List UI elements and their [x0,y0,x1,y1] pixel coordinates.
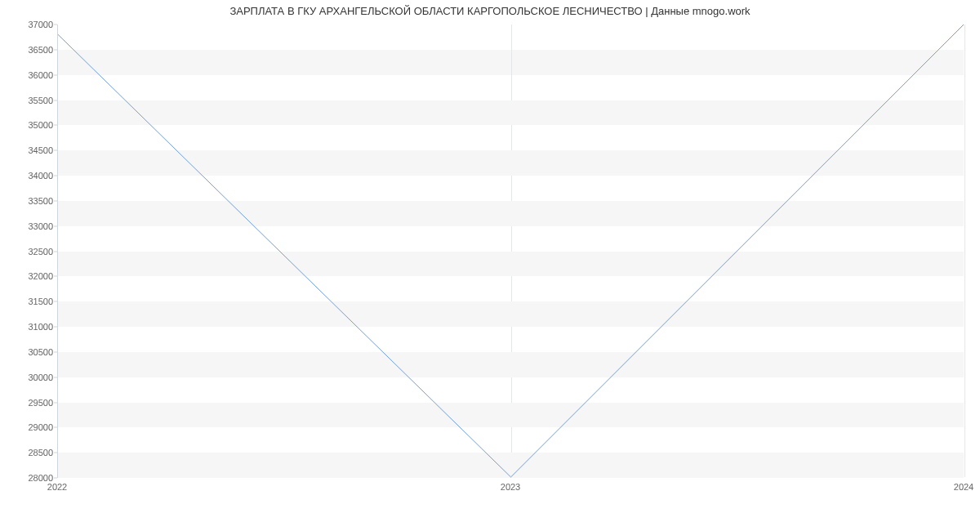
y-tick-mark [54,176,57,176]
y-tick-mark [54,351,57,352]
data-line [58,25,964,477]
y-tick-mark [54,251,57,252]
y-tick-mark [54,301,57,302]
x-tick-label: 2023 [501,482,520,492]
y-tick-label: 35000 [27,120,53,130]
y-tick-label: 31000 [27,322,53,332]
y-tick-mark [54,200,57,201]
y-tick-label: 32500 [27,247,53,257]
y-tick-mark [54,49,57,50]
y-tick-mark [54,327,57,328]
y-tick-label: 37000 [27,20,53,29]
y-tick-label: 34500 [27,145,53,155]
y-tick-mark [54,25,57,25]
plot-area [57,25,964,478]
y-tick-mark [54,402,57,403]
y-tick-label: 34000 [27,171,53,181]
y-tick-label: 30000 [27,373,53,382]
x-tick-label: 2024 [954,482,973,492]
y-tick-mark [54,225,57,226]
y-tick-mark [54,150,57,151]
y-tick-label: 36500 [27,45,53,55]
chart-title: ЗАРПЛАТА В ГКУ АРХАНГЕЛЬСКОЙ ОБЛАСТИ КАР… [0,5,980,17]
y-tick-mark [54,478,57,479]
y-tick-label: 33500 [27,196,53,206]
y-tick-mark [54,276,57,277]
y-tick-label: 32000 [27,271,53,281]
y-tick-label: 28500 [27,448,53,457]
y-tick-label: 33000 [27,221,53,231]
chart-container: ЗАРПЛАТА В ГКУ АРХАНГЕЛЬСКОЙ ОБЛАСТИ КАР… [0,0,980,531]
y-tick-mark [54,427,57,428]
y-tick-mark [54,377,57,377]
y-tick-mark [54,74,57,75]
y-tick-label: 35500 [27,96,53,105]
y-tick-mark [54,125,57,126]
y-tick-label: 29000 [27,422,53,432]
y-tick-mark [54,100,57,100]
y-tick-label: 29500 [27,398,53,408]
x-tick-label: 2022 [47,482,67,492]
y-tick-label: 36000 [27,70,53,80]
y-tick-label: 31500 [27,297,53,306]
y-tick-label: 30500 [27,347,53,357]
gridline-vertical [964,25,965,477]
y-tick-mark [54,453,57,453]
